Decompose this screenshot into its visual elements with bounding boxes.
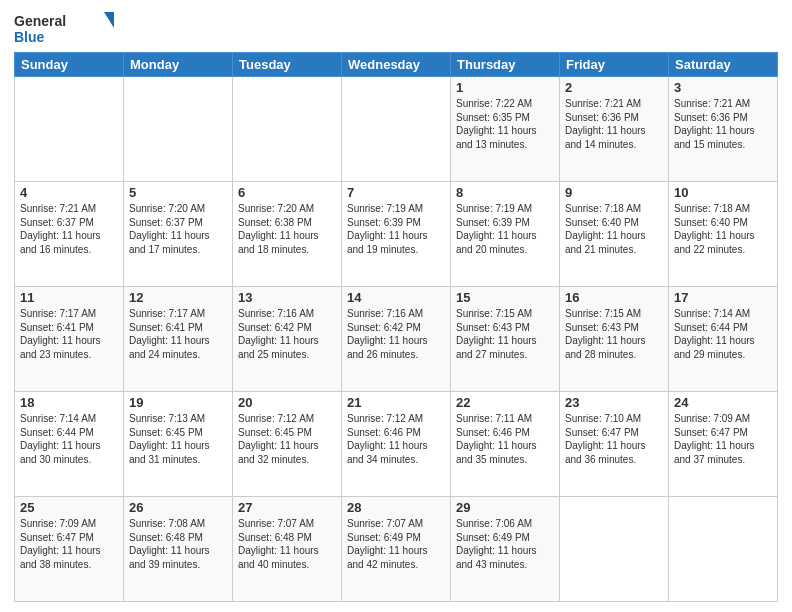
week-row-4: 25Sunrise: 7:09 AMSunset: 6:47 PMDayligh… [15, 497, 778, 602]
day-info: Sunrise: 7:13 AMSunset: 6:45 PMDaylight:… [129, 412, 227, 466]
day-number: 29 [456, 500, 554, 515]
day-info: Sunrise: 7:16 AMSunset: 6:42 PMDaylight:… [347, 307, 445, 361]
day-info: Sunrise: 7:09 AMSunset: 6:47 PMDaylight:… [20, 517, 118, 571]
day-info: Sunrise: 7:07 AMSunset: 6:49 PMDaylight:… [347, 517, 445, 571]
day-number: 17 [674, 290, 772, 305]
day-number: 14 [347, 290, 445, 305]
day-number: 19 [129, 395, 227, 410]
weekday-header-monday: Monday [124, 53, 233, 77]
day-info: Sunrise: 7:16 AMSunset: 6:42 PMDaylight:… [238, 307, 336, 361]
week-row-2: 11Sunrise: 7:17 AMSunset: 6:41 PMDayligh… [15, 287, 778, 392]
day-number: 5 [129, 185, 227, 200]
day-info: Sunrise: 7:21 AMSunset: 6:36 PMDaylight:… [565, 97, 663, 151]
day-number: 12 [129, 290, 227, 305]
day-number: 28 [347, 500, 445, 515]
week-row-0: 1Sunrise: 7:22 AMSunset: 6:35 PMDaylight… [15, 77, 778, 182]
day-number: 7 [347, 185, 445, 200]
week-row-3: 18Sunrise: 7:14 AMSunset: 6:44 PMDayligh… [15, 392, 778, 497]
calendar-cell: 8Sunrise: 7:19 AMSunset: 6:39 PMDaylight… [451, 182, 560, 287]
calendar-cell: 28Sunrise: 7:07 AMSunset: 6:49 PMDayligh… [342, 497, 451, 602]
week-row-1: 4Sunrise: 7:21 AMSunset: 6:37 PMDaylight… [15, 182, 778, 287]
calendar-cell: 11Sunrise: 7:17 AMSunset: 6:41 PMDayligh… [15, 287, 124, 392]
day-info: Sunrise: 7:15 AMSunset: 6:43 PMDaylight:… [565, 307, 663, 361]
day-number: 22 [456, 395, 554, 410]
day-info: Sunrise: 7:07 AMSunset: 6:48 PMDaylight:… [238, 517, 336, 571]
calendar-cell: 25Sunrise: 7:09 AMSunset: 6:47 PMDayligh… [15, 497, 124, 602]
weekday-header-row: SundayMondayTuesdayWednesdayThursdayFrid… [15, 53, 778, 77]
day-info: Sunrise: 7:17 AMSunset: 6:41 PMDaylight:… [129, 307, 227, 361]
calendar-cell [15, 77, 124, 182]
svg-text:General: General [14, 13, 66, 29]
day-number: 13 [238, 290, 336, 305]
day-info: Sunrise: 7:18 AMSunset: 6:40 PMDaylight:… [565, 202, 663, 256]
day-number: 1 [456, 80, 554, 95]
calendar-cell: 10Sunrise: 7:18 AMSunset: 6:40 PMDayligh… [669, 182, 778, 287]
calendar-table: SundayMondayTuesdayWednesdayThursdayFrid… [14, 52, 778, 602]
calendar-cell: 14Sunrise: 7:16 AMSunset: 6:42 PMDayligh… [342, 287, 451, 392]
day-info: Sunrise: 7:21 AMSunset: 6:36 PMDaylight:… [674, 97, 772, 151]
calendar-cell: 5Sunrise: 7:20 AMSunset: 6:37 PMDaylight… [124, 182, 233, 287]
calendar-cell [342, 77, 451, 182]
day-info: Sunrise: 7:17 AMSunset: 6:41 PMDaylight:… [20, 307, 118, 361]
day-number: 9 [565, 185, 663, 200]
day-number: 25 [20, 500, 118, 515]
calendar-cell: 6Sunrise: 7:20 AMSunset: 6:38 PMDaylight… [233, 182, 342, 287]
weekday-header-sunday: Sunday [15, 53, 124, 77]
logo: General Blue [14, 10, 114, 46]
day-info: Sunrise: 7:19 AMSunset: 6:39 PMDaylight:… [347, 202, 445, 256]
calendar-cell: 27Sunrise: 7:07 AMSunset: 6:48 PMDayligh… [233, 497, 342, 602]
calendar-cell: 29Sunrise: 7:06 AMSunset: 6:49 PMDayligh… [451, 497, 560, 602]
day-number: 10 [674, 185, 772, 200]
calendar-cell: 21Sunrise: 7:12 AMSunset: 6:46 PMDayligh… [342, 392, 451, 497]
weekday-header-tuesday: Tuesday [233, 53, 342, 77]
calendar-cell [669, 497, 778, 602]
calendar-cell [560, 497, 669, 602]
day-info: Sunrise: 7:06 AMSunset: 6:49 PMDaylight:… [456, 517, 554, 571]
day-info: Sunrise: 7:14 AMSunset: 6:44 PMDaylight:… [20, 412, 118, 466]
day-number: 18 [20, 395, 118, 410]
calendar-cell: 16Sunrise: 7:15 AMSunset: 6:43 PMDayligh… [560, 287, 669, 392]
generalblue-logo-icon: General Blue [14, 10, 114, 46]
calendar-cell: 20Sunrise: 7:12 AMSunset: 6:45 PMDayligh… [233, 392, 342, 497]
day-number: 20 [238, 395, 336, 410]
calendar-cell: 2Sunrise: 7:21 AMSunset: 6:36 PMDaylight… [560, 77, 669, 182]
svg-text:Blue: Blue [14, 29, 45, 45]
day-number: 15 [456, 290, 554, 305]
calendar-cell: 24Sunrise: 7:09 AMSunset: 6:47 PMDayligh… [669, 392, 778, 497]
day-info: Sunrise: 7:19 AMSunset: 6:39 PMDaylight:… [456, 202, 554, 256]
day-info: Sunrise: 7:21 AMSunset: 6:37 PMDaylight:… [20, 202, 118, 256]
page: General Blue SundayMondayTuesdayWednesda… [0, 0, 792, 612]
calendar-cell: 17Sunrise: 7:14 AMSunset: 6:44 PMDayligh… [669, 287, 778, 392]
day-number: 27 [238, 500, 336, 515]
weekday-header-saturday: Saturday [669, 53, 778, 77]
calendar-cell: 13Sunrise: 7:16 AMSunset: 6:42 PMDayligh… [233, 287, 342, 392]
day-info: Sunrise: 7:11 AMSunset: 6:46 PMDaylight:… [456, 412, 554, 466]
calendar-cell: 19Sunrise: 7:13 AMSunset: 6:45 PMDayligh… [124, 392, 233, 497]
calendar-cell: 18Sunrise: 7:14 AMSunset: 6:44 PMDayligh… [15, 392, 124, 497]
weekday-header-friday: Friday [560, 53, 669, 77]
calendar-cell: 22Sunrise: 7:11 AMSunset: 6:46 PMDayligh… [451, 392, 560, 497]
day-number: 21 [347, 395, 445, 410]
calendar-cell [124, 77, 233, 182]
weekday-header-thursday: Thursday [451, 53, 560, 77]
weekday-header-wednesday: Wednesday [342, 53, 451, 77]
calendar-cell: 4Sunrise: 7:21 AMSunset: 6:37 PMDaylight… [15, 182, 124, 287]
day-info: Sunrise: 7:18 AMSunset: 6:40 PMDaylight:… [674, 202, 772, 256]
day-info: Sunrise: 7:20 AMSunset: 6:38 PMDaylight:… [238, 202, 336, 256]
day-number: 4 [20, 185, 118, 200]
day-number: 23 [565, 395, 663, 410]
day-info: Sunrise: 7:12 AMSunset: 6:45 PMDaylight:… [238, 412, 336, 466]
day-number: 2 [565, 80, 663, 95]
day-number: 16 [565, 290, 663, 305]
day-number: 11 [20, 290, 118, 305]
calendar-cell: 23Sunrise: 7:10 AMSunset: 6:47 PMDayligh… [560, 392, 669, 497]
day-info: Sunrise: 7:22 AMSunset: 6:35 PMDaylight:… [456, 97, 554, 151]
day-info: Sunrise: 7:20 AMSunset: 6:37 PMDaylight:… [129, 202, 227, 256]
day-number: 8 [456, 185, 554, 200]
day-info: Sunrise: 7:09 AMSunset: 6:47 PMDaylight:… [674, 412, 772, 466]
calendar-cell: 7Sunrise: 7:19 AMSunset: 6:39 PMDaylight… [342, 182, 451, 287]
day-info: Sunrise: 7:14 AMSunset: 6:44 PMDaylight:… [674, 307, 772, 361]
day-number: 3 [674, 80, 772, 95]
day-info: Sunrise: 7:15 AMSunset: 6:43 PMDaylight:… [456, 307, 554, 361]
calendar-cell: 1Sunrise: 7:22 AMSunset: 6:35 PMDaylight… [451, 77, 560, 182]
